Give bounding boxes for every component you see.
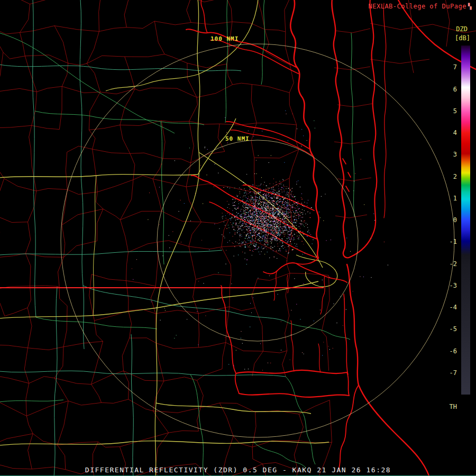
colorbar-product-label: DZD bbox=[456, 25, 468, 33]
radar-echoes-layer bbox=[132, 111, 388, 371]
credit-label: NEXLAB-College of DuPage bbox=[368, 3, 466, 10]
coastline-layer bbox=[186, 0, 476, 476]
nexlab-logo-icon: ▚ bbox=[468, 3, 472, 10]
colorbar-units-label: [dB] bbox=[455, 34, 470, 42]
colorbar-tick-label: 3 bbox=[443, 150, 457, 159]
county-boundaries-layer bbox=[0, 0, 476, 476]
radar-map bbox=[0, 0, 476, 476]
colorbar-tick-label: 5 bbox=[443, 107, 457, 115]
range-ring-label-100: 100 NMI bbox=[210, 35, 239, 42]
colorbar-tick-label: -3 bbox=[443, 281, 457, 290]
colorbar-tick-label: 1 bbox=[443, 194, 457, 203]
range-ring-label-50: 50 NMI bbox=[225, 135, 250, 142]
range-rings bbox=[61, 44, 454, 437]
radar-display: NEXLAB-College of DuPage▚ DZD [dB] 76543… bbox=[0, 0, 476, 476]
rivers-roads-green-layer bbox=[0, 0, 354, 476]
colorbar-tick-label: 2 bbox=[443, 172, 457, 181]
colorbar-tick-label: -7 bbox=[443, 369, 457, 377]
product-title: DIFFERENTIAL REFLECTIVITY (ZDR) 0.5 DEG … bbox=[0, 466, 476, 474]
colorbar-tick-label: 4 bbox=[443, 129, 457, 137]
colorbar-threshold-label: TH bbox=[443, 403, 457, 410]
colorbar-tick-label: 0 bbox=[443, 216, 457, 224]
rivers-roads-teal-layer bbox=[0, 0, 286, 476]
credit-text: NEXLAB-College of DuPage▚ bbox=[368, 3, 472, 10]
colorbar bbox=[461, 45, 470, 395]
colorbar-tick-label: -1 bbox=[443, 237, 457, 246]
highways-layer bbox=[0, 0, 337, 476]
colorbar-tick-label: 6 bbox=[443, 85, 457, 94]
colorbar-tick-label: 7 bbox=[443, 63, 457, 71]
colorbar-tick-label: -2 bbox=[443, 260, 457, 268]
colorbar-tick-label: -6 bbox=[443, 347, 457, 355]
colorbar-tick-label: -5 bbox=[443, 325, 457, 333]
colorbar-tick-label: -4 bbox=[443, 303, 457, 312]
